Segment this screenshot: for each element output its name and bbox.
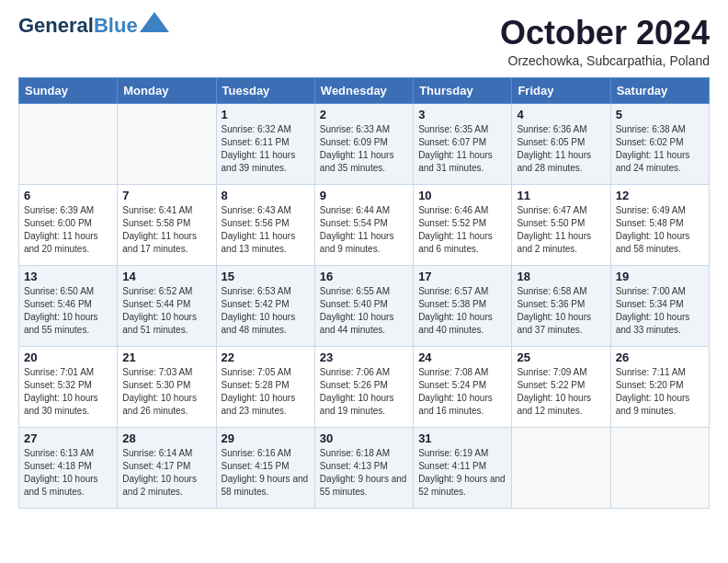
day-number: 29: [222, 431, 310, 445]
day-number: 12: [616, 189, 704, 202]
calendar-cell: 18Sunrise: 6:58 AM Sunset: 5:36 PM Dayli…: [512, 265, 610, 346]
day-number: 22: [222, 350, 310, 364]
calendar-cell: 4Sunrise: 6:36 AM Sunset: 6:05 PM Daylig…: [512, 103, 610, 184]
week-row-4: 20Sunrise: 7:01 AM Sunset: 5:32 PM Dayli…: [19, 346, 710, 427]
day-number: 8: [222, 189, 310, 202]
calendar-cell: 6Sunrise: 6:39 AM Sunset: 6:00 PM Daylig…: [19, 184, 118, 265]
calendar-cell: 29Sunrise: 6:16 AM Sunset: 4:15 PM Dayli…: [216, 427, 314, 508]
page-container: GeneralBlue October 2024 Orzechowka, Sub…: [0, 0, 728, 523]
calendar-cell: 5Sunrise: 6:38 AM Sunset: 6:02 PM Daylig…: [610, 103, 709, 184]
day-number: 6: [24, 189, 112, 202]
calendar-cell: 7Sunrise: 6:41 AM Sunset: 5:58 PM Daylig…: [118, 184, 216, 265]
logo-icon: [140, 12, 169, 32]
calendar-cell: 31Sunrise: 6:19 AM Sunset: 4:11 PM Dayli…: [414, 427, 512, 508]
day-info: Sunrise: 6:35 AM Sunset: 6:07 PM Dayligh…: [418, 123, 506, 175]
day-info: Sunrise: 6:49 AM Sunset: 5:48 PM Dayligh…: [616, 204, 704, 256]
day-info: Sunrise: 6:39 AM Sunset: 6:00 PM Dayligh…: [24, 204, 112, 256]
day-info: Sunrise: 6:36 AM Sunset: 6:05 PM Dayligh…: [517, 123, 605, 175]
day-number: 25: [517, 350, 605, 364]
calendar-header: Sunday Monday Tuesday Wednesday Thursday…: [19, 77, 710, 103]
day-number: 13: [24, 270, 112, 283]
title-block: October 2024 Orzechowka, Subcarpathia, P…: [500, 15, 710, 68]
day-info: Sunrise: 6:18 AM Sunset: 4:13 PM Dayligh…: [320, 447, 408, 499]
day-number: 20: [24, 350, 112, 364]
day-info: Sunrise: 6:13 AM Sunset: 4:18 PM Dayligh…: [24, 447, 112, 499]
calendar-cell: [19, 103, 118, 184]
day-info: Sunrise: 7:06 AM Sunset: 5:26 PM Dayligh…: [320, 366, 408, 418]
day-number: 19: [616, 270, 704, 283]
col-sunday: Sunday: [19, 77, 118, 103]
day-info: Sunrise: 6:53 AM Sunset: 5:42 PM Dayligh…: [222, 285, 310, 337]
day-info: Sunrise: 6:55 AM Sunset: 5:40 PM Dayligh…: [320, 285, 408, 337]
col-thursday: Thursday: [414, 77, 512, 103]
calendar-cell: 13Sunrise: 6:50 AM Sunset: 5:46 PM Dayli…: [19, 265, 118, 346]
logo-text: GeneralBlue: [18, 15, 138, 37]
calendar-cell: 16Sunrise: 6:55 AM Sunset: 5:40 PM Dayli…: [314, 265, 413, 346]
calendar-cell: 19Sunrise: 7:00 AM Sunset: 5:34 PM Dayli…: [610, 265, 709, 346]
logo: GeneralBlue: [18, 15, 169, 37]
calendar-cell: 23Sunrise: 7:06 AM Sunset: 5:26 PM Dayli…: [314, 346, 413, 427]
day-info: Sunrise: 7:09 AM Sunset: 5:22 PM Dayligh…: [517, 366, 605, 418]
day-number: 5: [616, 108, 704, 121]
calendar-cell: 10Sunrise: 6:46 AM Sunset: 5:52 PM Dayli…: [414, 184, 512, 265]
calendar-cell: 3Sunrise: 6:35 AM Sunset: 6:07 PM Daylig…: [414, 103, 512, 184]
col-tuesday: Tuesday: [216, 77, 314, 103]
calendar-cell: [610, 427, 709, 508]
day-info: Sunrise: 6:19 AM Sunset: 4:11 PM Dayligh…: [418, 447, 506, 499]
col-wednesday: Wednesday: [314, 77, 413, 103]
day-number: 11: [517, 189, 605, 202]
calendar-cell: 8Sunrise: 6:43 AM Sunset: 5:56 PM Daylig…: [216, 184, 314, 265]
day-number: 28: [122, 431, 210, 445]
col-monday: Monday: [118, 77, 216, 103]
day-info: Sunrise: 6:32 AM Sunset: 6:11 PM Dayligh…: [222, 123, 310, 175]
day-info: Sunrise: 7:05 AM Sunset: 5:28 PM Dayligh…: [222, 366, 310, 418]
day-number: 30: [320, 431, 408, 445]
day-info: Sunrise: 6:50 AM Sunset: 5:46 PM Dayligh…: [24, 285, 112, 337]
day-number: 26: [616, 350, 704, 364]
calendar-cell: [118, 103, 216, 184]
day-number: 16: [320, 270, 408, 283]
calendar-cell: 24Sunrise: 7:08 AM Sunset: 5:24 PM Dayli…: [414, 346, 512, 427]
day-info: Sunrise: 7:00 AM Sunset: 5:34 PM Dayligh…: [616, 285, 704, 337]
location: Orzechowka, Subcarpathia, Poland: [500, 53, 710, 68]
calendar-cell: 30Sunrise: 6:18 AM Sunset: 4:13 PM Dayli…: [314, 427, 413, 508]
calendar-cell: 26Sunrise: 7:11 AM Sunset: 5:20 PM Dayli…: [610, 346, 709, 427]
day-info: Sunrise: 6:44 AM Sunset: 5:54 PM Dayligh…: [320, 204, 408, 256]
calendar-cell: 25Sunrise: 7:09 AM Sunset: 5:22 PM Dayli…: [512, 346, 610, 427]
day-number: 14: [122, 270, 210, 283]
calendar-cell: [512, 427, 610, 508]
calendar-cell: 11Sunrise: 6:47 AM Sunset: 5:50 PM Dayli…: [512, 184, 610, 265]
day-number: 15: [222, 270, 310, 283]
week-row-2: 6Sunrise: 6:39 AM Sunset: 6:00 PM Daylig…: [19, 184, 710, 265]
day-info: Sunrise: 7:03 AM Sunset: 5:30 PM Dayligh…: [122, 366, 210, 418]
day-info: Sunrise: 6:58 AM Sunset: 5:36 PM Dayligh…: [517, 285, 605, 337]
header-row: Sunday Monday Tuesday Wednesday Thursday…: [19, 77, 710, 103]
week-row-3: 13Sunrise: 6:50 AM Sunset: 5:46 PM Dayli…: [19, 265, 710, 346]
day-info: Sunrise: 6:52 AM Sunset: 5:44 PM Dayligh…: [122, 285, 210, 337]
day-number: 21: [122, 350, 210, 364]
col-saturday: Saturday: [610, 77, 709, 103]
day-info: Sunrise: 6:41 AM Sunset: 5:58 PM Dayligh…: [122, 204, 210, 256]
calendar-cell: 17Sunrise: 6:57 AM Sunset: 5:38 PM Dayli…: [414, 265, 512, 346]
day-number: 4: [517, 108, 605, 121]
calendar-cell: 14Sunrise: 6:52 AM Sunset: 5:44 PM Dayli…: [118, 265, 216, 346]
day-number: 24: [418, 350, 506, 364]
svg-marker-0: [140, 12, 169, 32]
day-info: Sunrise: 6:46 AM Sunset: 5:52 PM Dayligh…: [418, 204, 506, 256]
day-number: 17: [418, 270, 506, 283]
day-number: 3: [418, 108, 506, 121]
week-row-5: 27Sunrise: 6:13 AM Sunset: 4:18 PM Dayli…: [19, 427, 710, 508]
day-number: 31: [418, 431, 506, 445]
day-info: Sunrise: 6:57 AM Sunset: 5:38 PM Dayligh…: [418, 285, 506, 337]
day-number: 7: [122, 189, 210, 202]
col-friday: Friday: [512, 77, 610, 103]
month-title: October 2024: [500, 15, 710, 52]
calendar-cell: 15Sunrise: 6:53 AM Sunset: 5:42 PM Dayli…: [216, 265, 314, 346]
calendar-cell: 27Sunrise: 6:13 AM Sunset: 4:18 PM Dayli…: [19, 427, 118, 508]
day-number: 27: [24, 431, 112, 445]
day-info: Sunrise: 7:01 AM Sunset: 5:32 PM Dayligh…: [24, 366, 112, 418]
calendar-cell: 1Sunrise: 6:32 AM Sunset: 6:11 PM Daylig…: [216, 103, 314, 184]
calendar-cell: 21Sunrise: 7:03 AM Sunset: 5:30 PM Dayli…: [118, 346, 216, 427]
day-info: Sunrise: 6:14 AM Sunset: 4:17 PM Dayligh…: [122, 447, 210, 499]
day-info: Sunrise: 6:33 AM Sunset: 6:09 PM Dayligh…: [320, 123, 408, 175]
